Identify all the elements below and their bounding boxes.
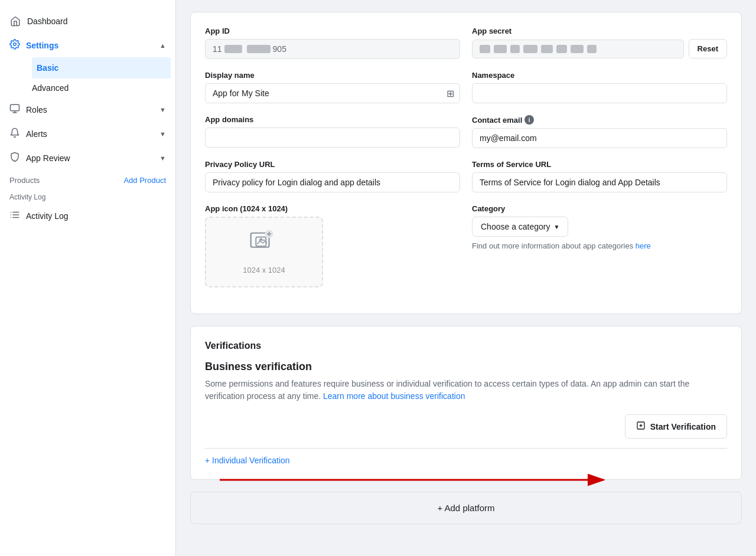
secret-block-7 — [571, 45, 584, 53]
sidebar-item-dashboard[interactable]: Dashboard — [0, 9, 175, 33]
display-name-namespace-row: Display name ⊞ Namespace — [205, 71, 727, 103]
contact-email-label: Contact email i — [472, 115, 727, 125]
sidebar: Dashboard Settings ▲ Basic Advanced — [0, 0, 176, 556]
category-info-link[interactable]: here — [636, 241, 651, 250]
secret-block-8 — [587, 45, 597, 53]
business-verification-section: Business verification Some permissions a… — [205, 361, 727, 439]
namespace-input[interactable] — [472, 83, 727, 103]
icon-category-row: App icon (1024 x 1024) — [205, 204, 727, 287]
activity-log-section-label: Activity Log — [0, 191, 175, 204]
category-group: Category Choose a category ▼ Find out mo… — [472, 204, 727, 287]
secret-block-6 — [556, 45, 567, 53]
privacy-policy-input[interactable] — [205, 172, 460, 192]
start-verification-label: Start Verification — [650, 422, 716, 431]
app-domains-group: App domains — [205, 115, 460, 148]
privacy-terms-row: Privacy Policy URL Terms of Service URL — [205, 160, 727, 192]
display-name-group: Display name ⊞ — [205, 71, 460, 103]
terms-of-service-label: Terms of Service URL — [472, 160, 727, 169]
app-review-label: App Review — [26, 153, 70, 163]
add-product-link[interactable]: Add Product — [123, 176, 166, 185]
terms-of-service-group: Terms of Service URL — [472, 160, 727, 192]
sidebar-products-row: Products Add Product — [0, 170, 175, 191]
category-dropdown-label: Choose a category — [481, 222, 550, 231]
advanced-label: Advanced — [32, 83, 69, 93]
category-label: Category — [472, 204, 727, 213]
learn-more-link[interactable]: Learn more about business verification — [323, 391, 465, 401]
biz-verification-title: Business verification — [205, 361, 727, 373]
sidebar-item-advanced[interactable]: Advanced — [27, 79, 175, 97]
domains-email-row: App domains Contact email i — [205, 115, 727, 148]
individual-verification-link[interactable]: + Individual Verification — [205, 456, 290, 465]
app-id-secret-row: App ID 11 905 App secret — [205, 27, 727, 59]
add-platform-bar[interactable]: + Add platform — [190, 492, 742, 524]
activity-log-icon — [9, 210, 20, 222]
secret-block-1 — [480, 45, 490, 53]
contact-email-group: Contact email i — [472, 115, 727, 148]
category-chevron-icon: ▼ — [554, 224, 560, 230]
roles-label: Roles — [26, 105, 47, 115]
dashboard-label: Dashboard — [27, 17, 68, 26]
app-id-label: App ID — [205, 27, 460, 35]
individual-verification-row: + Individual Verification — [205, 448, 727, 465]
roles-icon — [9, 103, 20, 116]
secret-row: Reset — [472, 39, 727, 58]
products-label: Products — [9, 176, 40, 185]
secret-block-5 — [541, 45, 553, 53]
image-placeholder-icon — [250, 230, 278, 261]
app-id-field: 11 905 — [205, 39, 460, 59]
settings-label: Settings — [26, 41, 58, 50]
app-id-group: App ID 11 905 — [205, 27, 460, 59]
app-id-blur-2 — [247, 45, 271, 53]
app-domains-input[interactable] — [205, 127, 460, 148]
settings-chevron-icon: ▲ — [159, 42, 166, 49]
display-name-field-wrapper: ⊞ — [205, 83, 460, 103]
sidebar-item-app-review[interactable]: App Review ▼ — [0, 146, 175, 170]
contact-email-input[interactable] — [472, 128, 727, 148]
app-review-chevron-icon: ▼ — [159, 155, 166, 162]
verifications-card: Verifications Business verification Some… — [190, 326, 742, 480]
sidebar-item-settings[interactable]: Settings ▲ — [0, 33, 175, 57]
add-platform-label: + Add platform — [437, 503, 494, 513]
app-icon-group: App icon (1024 x 1024) — [205, 204, 460, 287]
add-platform-container: + Add platform — [190, 492, 742, 524]
roles-chevron-icon: ▼ — [159, 106, 166, 113]
terms-of-service-input[interactable] — [472, 172, 727, 192]
secret-block-2 — [494, 45, 507, 53]
verifications-title: Verifications — [205, 341, 727, 351]
display-name-edit-icon: ⊞ — [447, 88, 454, 99]
basic-label: Basic — [37, 63, 58, 73]
biz-verification-desc: Some permissions and features require bu… — [205, 378, 727, 403]
alerts-icon — [9, 127, 20, 140]
activity-log-label: Activity Log — [26, 211, 69, 221]
display-name-input[interactable] — [205, 83, 460, 103]
reset-button[interactable]: Reset — [689, 39, 727, 58]
settings-form-card: App ID 11 905 App secret — [190, 12, 742, 314]
namespace-label: Namespace — [472, 71, 727, 80]
secret-block-3 — [510, 45, 520, 53]
home-icon — [9, 15, 21, 27]
contact-email-info-icon[interactable]: i — [524, 115, 534, 125]
app-icon-upload[interactable]: 1024 x 1024 — [205, 217, 323, 287]
sidebar-item-roles[interactable]: Roles ▼ — [0, 97, 175, 122]
content-area: App ID 11 905 App secret — [176, 0, 756, 536]
settings-subnav: Basic Advanced — [0, 57, 175, 97]
app-review-icon — [9, 152, 20, 164]
start-verification-button[interactable]: Start Verification — [625, 414, 727, 439]
alerts-label: Alerts — [26, 129, 47, 139]
privacy-policy-label: Privacy Policy URL — [205, 160, 460, 169]
sidebar-item-activity-log[interactable]: Activity Log — [0, 204, 175, 228]
category-info: Find out more information about app cate… — [472, 241, 727, 250]
app-secret-label: App secret — [472, 27, 727, 35]
category-dropdown[interactable]: Choose a category ▼ — [472, 217, 568, 237]
svg-rect-1 — [11, 104, 19, 111]
svg-point-0 — [14, 43, 17, 46]
privacy-policy-group: Privacy Policy URL — [205, 160, 460, 192]
sidebar-item-alerts[interactable]: Alerts ▼ — [0, 122, 175, 146]
secret-field — [472, 40, 684, 58]
start-verification-icon — [636, 421, 646, 432]
main-content: App ID 11 905 App secret — [176, 0, 756, 556]
app-icon-size-label: 1024 x 1024 — [243, 266, 285, 274]
sidebar-item-basic[interactable]: Basic — [32, 57, 171, 79]
secret-block-4 — [523, 45, 537, 53]
svg-point-13 — [260, 238, 262, 240]
